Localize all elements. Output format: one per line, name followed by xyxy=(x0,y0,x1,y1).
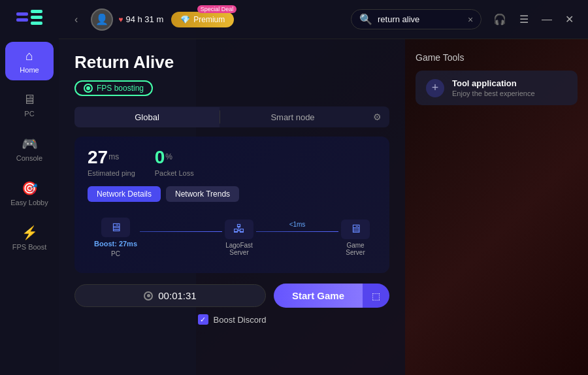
fps-boost-icon: ⚡ xyxy=(22,225,38,240)
svg-rect-0 xyxy=(16,12,28,16)
support-button[interactable]: 🎧 xyxy=(489,10,510,28)
sidebar-item-fps-boost[interactable]: ⚡ FPS Boost xyxy=(0,218,59,257)
svg-rect-4 xyxy=(31,22,42,25)
sidebar-item-pc[interactable]: 🖥 PC xyxy=(0,86,59,124)
svg-rect-1 xyxy=(16,18,28,22)
topbar: ‹ 👤 ♥ 94 h 31 m 💎 Premium Special Deal 🔍… xyxy=(59,0,588,39)
ping-number: 27 xyxy=(88,147,108,167)
start-game-extra-button[interactable]: ⬚ xyxy=(363,284,389,308)
easy-lobby-icon: 🎯 xyxy=(22,180,38,196)
stats-row: 27ms Estimated ping 0% Packet Loss xyxy=(88,147,376,177)
game-tools-title: Game Tools xyxy=(416,52,578,63)
pc-node-icon: 🖥 xyxy=(101,218,130,237)
network-trends-button[interactable]: Network Trends xyxy=(166,186,239,202)
sidebar-item-easy-lobby[interactable]: 🎯 Easy Lobby xyxy=(0,174,59,213)
ping-unit: ms xyxy=(108,152,119,161)
boost-discord-label: Boost Discord xyxy=(214,315,267,325)
user-time: 94 h 31 m xyxy=(125,14,163,24)
boost-discord-checkbox[interactable] xyxy=(198,314,208,325)
network-diagram: 🖥 Boost: 27ms PC 🖧 LagoFastServer <1ms 🖥 xyxy=(88,212,376,263)
sidebar-item-home[interactable]: ⌂ Home xyxy=(5,42,54,80)
fps-boost-label: FPS boosting xyxy=(97,84,144,93)
right-network-line: <1ms xyxy=(256,231,338,232)
user-area: 👤 ♥ 94 h 31 m xyxy=(91,8,163,31)
search-input[interactable] xyxy=(378,14,463,24)
boost-discord-row: Boost Discord xyxy=(74,314,389,325)
loss-value-display: 0% xyxy=(155,147,194,168)
packet-loss-stat: 0% Packet Loss xyxy=(155,147,194,177)
left-panel: Return Alive FPS boosting Global Smart n… xyxy=(59,39,405,375)
network-details-button[interactable]: Network Details xyxy=(88,186,161,202)
avatar: 👤 xyxy=(91,8,113,31)
bottom-controls: 00:01:31 Start Game ⬚ xyxy=(74,284,389,308)
lagofast-icon: 🖧 xyxy=(225,220,253,239)
timer-display: 00:01:31 xyxy=(74,284,266,307)
sidebar-label-console: Console xyxy=(16,154,42,162)
topbar-actions: 🎧 ☰ — ✕ xyxy=(489,10,578,28)
server-settings-button[interactable]: ⚙ xyxy=(365,106,389,127)
server-option-smart[interactable]: Smart node xyxy=(220,107,365,127)
premium-label: Premium xyxy=(193,15,225,24)
svg-rect-2 xyxy=(31,10,42,13)
timer-value: 00:01:31 xyxy=(158,290,196,301)
search-icon: 🔍 xyxy=(359,13,372,25)
sidebar-label-fps-boost: FPS Boost xyxy=(12,243,47,251)
home-icon: ⌂ xyxy=(25,48,33,63)
stats-card: 27ms Estimated ping 0% Packet Loss Netwo… xyxy=(74,137,389,273)
start-game-button[interactable]: Start Game xyxy=(274,284,363,308)
fps-boost-badge: FPS boosting xyxy=(74,80,153,96)
main-content: ‹ 👤 ♥ 94 h 31 m 💎 Premium Special Deal 🔍… xyxy=(59,0,588,375)
premium-gem-icon: 💎 xyxy=(180,15,190,24)
search-bar: 🔍 × xyxy=(351,9,482,29)
pc-icon: 🖥 xyxy=(23,92,36,107)
lagofast-server-node: 🖧 LagoFastServer xyxy=(225,220,253,256)
lagofast-label: LagoFastServer xyxy=(225,242,253,256)
loss-label: Packet Loss xyxy=(155,169,194,177)
search-clear-button[interactable]: × xyxy=(468,14,473,25)
heart-icon: ♥ xyxy=(118,15,123,24)
pc-boost-label: Boost: 27ms xyxy=(94,240,137,248)
tool-plus-icon: + xyxy=(426,79,444,97)
menu-button[interactable]: ☰ xyxy=(515,10,532,28)
server-option-global[interactable]: Global xyxy=(74,107,220,127)
sidebar-item-console[interactable]: 🎮 Console xyxy=(0,129,59,169)
premium-button[interactable]: 💎 Premium Special Deal xyxy=(171,12,234,27)
tool-card[interactable]: + Tool application Enjoy the best experi… xyxy=(416,71,578,105)
left-network-line xyxy=(140,231,222,232)
svg-rect-3 xyxy=(31,16,42,19)
right-line-label: <1ms xyxy=(289,221,306,228)
network-buttons: Network Details Network Trends xyxy=(88,186,376,202)
server-selection: Global Smart node ⚙ xyxy=(74,106,389,127)
tool-info: Tool application Enjoy the best experien… xyxy=(452,78,535,97)
sidebar-label-easy-lobby: Easy Lobby xyxy=(10,199,48,206)
ping-label: Estimated ping xyxy=(88,169,135,177)
pc-node: 🖥 Boost: 27ms PC xyxy=(94,218,137,257)
right-panel: Game Tools + Tool application Enjoy the … xyxy=(405,39,588,375)
user-stats: ♥ 94 h 31 m xyxy=(118,14,163,24)
loss-unit: % xyxy=(165,152,172,161)
ping-stat: 27ms Estimated ping xyxy=(88,147,135,177)
game-title: Return Alive xyxy=(74,52,389,73)
special-deal-badge: Special Deal xyxy=(197,5,237,13)
tool-desc: Enjoy the best experience xyxy=(452,90,535,97)
tool-name: Tool application xyxy=(452,78,535,88)
ping-value-display: 27ms xyxy=(88,147,135,168)
sidebar-label-pc: PC xyxy=(24,110,34,118)
game-server-node: 🖥 GameServer xyxy=(341,220,370,256)
close-button[interactable]: ✕ xyxy=(561,10,578,28)
start-game-area: Start Game ⬚ xyxy=(274,284,389,308)
app-logo xyxy=(0,0,59,39)
console-icon: 🎮 xyxy=(22,136,38,152)
timer-dot-icon xyxy=(144,291,153,301)
minimize-button[interactable]: — xyxy=(538,11,556,28)
game-server-icon: 🖥 xyxy=(341,220,370,239)
pc-node-label: PC xyxy=(111,250,120,257)
fps-badge-dot xyxy=(84,84,93,93)
sidebar-label-home: Home xyxy=(20,66,39,74)
content-area: Return Alive FPS boosting Global Smart n… xyxy=(59,39,588,375)
back-button[interactable]: ‹ xyxy=(69,11,83,28)
loss-number: 0 xyxy=(155,147,165,167)
game-server-label: GameServer xyxy=(346,242,365,256)
sidebar: ⌂ Home 🖥 PC 🎮 Console 🎯 Easy Lobby ⚡ FPS… xyxy=(0,0,59,375)
